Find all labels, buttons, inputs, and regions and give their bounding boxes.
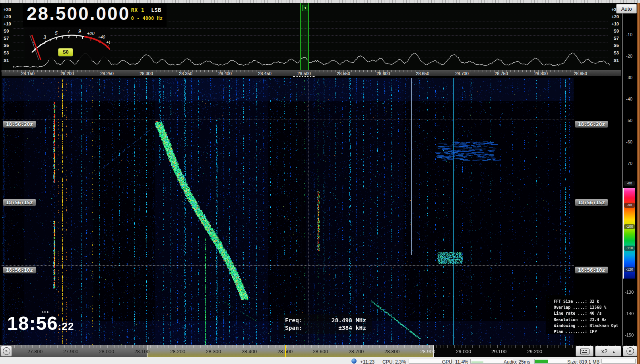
- window-right-edge: [637, 3, 640, 364]
- db-label: -150: [623, 333, 636, 337]
- status-size: Size: 819.1 MB: [567, 359, 599, 364]
- tuning-marker[interactable]: 1: [300, 3, 309, 70]
- band-prev-button[interactable]: «: [1, 346, 12, 356]
- status-bar: +11:23 CPU: 2.3% GPU: 11.4% Audio: 25ms …: [0, 357, 640, 364]
- timestamp-right: 18:56:20z: [575, 121, 608, 128]
- svg-text:+40: +40: [98, 35, 106, 39]
- freq-tick: 28.150: [21, 71, 35, 76]
- band-tick: 28.800: [384, 349, 400, 354]
- fft-info-line: Line rate ...: 40 /s: [554, 310, 622, 316]
- freq-tick: 28.200: [60, 71, 74, 76]
- waterfall-display[interactable]: [2, 78, 574, 345]
- fft-info-line: FFT Size ....: 32 k: [554, 298, 622, 304]
- svg-text:5: 5: [55, 31, 58, 36]
- next-icon: »: [626, 347, 634, 355]
- band-tick: 28.200: [170, 349, 185, 354]
- mode-label[interactable]: LSB: [151, 7, 161, 13]
- band-tick: 27.800: [27, 349, 43, 354]
- cursor-span-label: Span:: [285, 324, 303, 332]
- waterfall-timeline: [2, 265, 574, 266]
- timestamp-left: 18:56:10z: [3, 267, 36, 273]
- band-tick: 27.900: [63, 349, 78, 354]
- svg-text:3: 3: [43, 35, 46, 40]
- svg-text:+20: +20: [87, 31, 95, 36]
- clock-seconds: :22: [58, 320, 74, 332]
- band-bar-ticks: [0, 345, 640, 348]
- freq-tick: 28.600: [376, 71, 390, 76]
- tuning-line-left: [301, 78, 301, 345]
- freq-tick: 28.750: [495, 71, 508, 76]
- scale-ticks: [2, 70, 621, 72]
- timestamp-right: 18:56:15z: [575, 199, 608, 206]
- timestamp-left: 18:56:15z: [3, 199, 36, 206]
- db-label: -10: [623, 32, 636, 37]
- svg-text:+60: +60: [106, 40, 110, 45]
- legend-label: -100: [624, 224, 635, 229]
- zoom-label: x2: [601, 348, 607, 354]
- band-tick: 29.100: [491, 349, 506, 354]
- vfo-display[interactable]: 28.500.000 RX 1 LSB 0 - 4000 Hz: [23, 4, 167, 27]
- band-tick: 28.700: [349, 349, 364, 354]
- legend-label: -110: [624, 246, 635, 251]
- zoom-x2-button[interactable]: x2 ▸: [595, 346, 621, 356]
- status-uptime: +11:23: [360, 359, 374, 364]
- legend-label: -80: [624, 181, 635, 186]
- band-tick: 28.300: [206, 349, 221, 354]
- audio-meter-bar: [535, 360, 548, 363]
- freq-tick: 28.400: [218, 71, 232, 76]
- utc-clock: UTC 18:56:22: [7, 309, 95, 337]
- freq-tick: 28.650: [416, 71, 429, 76]
- svg-text:9: 9: [78, 29, 81, 34]
- keyboard-entry-button[interactable]: [576, 346, 593, 356]
- band-tick: 28.600: [313, 349, 328, 354]
- band-next-button[interactable]: »: [623, 346, 637, 356]
- band-tick: 28.900: [420, 349, 435, 354]
- auto-range-button[interactable]: Auto: [616, 4, 637, 14]
- freq-tick: 28.250: [100, 71, 114, 76]
- freq-tick: 28.700: [455, 71, 469, 76]
- fft-info-panel: FFT Size ....: 32 k Overlap .....: 13568…: [546, 295, 622, 334]
- sdr-console-window: { "window": { "auto_button": "Auto" }, "…: [0, 0, 640, 364]
- tuning-marker-flag[interactable]: 1: [302, 5, 308, 11]
- db-label: -70: [623, 161, 636, 166]
- clock-time: 18:56: [7, 313, 58, 334]
- waterfall-timeline: [2, 198, 574, 198]
- db-label: -130: [623, 290, 636, 294]
- play-icon: ▸: [613, 350, 615, 354]
- vfo-info: RX 1 LSB 0 - 4000 Hz: [131, 7, 163, 21]
- tuning-line-right: [308, 78, 309, 345]
- db-label: -20: [623, 54, 636, 58]
- passband-indicator: [293, 76, 315, 77]
- s-meter: 1 3 5 7 9 +20 +40 +60 S0: [25, 27, 110, 60]
- fft-info-line: Overlap .....: 13568 %: [554, 304, 622, 310]
- freq-tick: 28.850: [574, 71, 587, 76]
- filter-label[interactable]: 0 - 4000 Hz: [131, 15, 163, 21]
- freq-tick: 28.800: [534, 71, 548, 76]
- prev-icon: «: [3, 347, 10, 355]
- fft-info-line: Resolution ..: 23.4 Hz: [554, 317, 622, 323]
- timestamp-right: 18:56:10z: [575, 267, 608, 273]
- fft-info-line: Windowing ...: Blackman Opt: [554, 323, 622, 329]
- waterfall-color-legend[interactable]: [623, 188, 635, 279]
- band-frequency-marker[interactable]: [285, 345, 286, 357]
- freq-tick: 28.300: [140, 71, 153, 76]
- s-meter-value-badge: S0: [58, 48, 73, 56]
- db-label: -30: [623, 75, 636, 80]
- band-tick: 29.000: [456, 349, 471, 354]
- freq-tick: 28.500: [297, 71, 311, 76]
- spectrum-frequency-scale[interactable]: 28.150 28.200 28.250 28.300 28.350 28.40…: [2, 70, 621, 76]
- db-label: -40: [623, 97, 636, 101]
- band-tick: 29.200: [527, 349, 542, 354]
- waterfall-timeline: [2, 120, 574, 120]
- timestamp-left: 18:56:20z: [3, 121, 36, 128]
- freq-tick: 28.550: [337, 71, 350, 76]
- db-label: -140: [623, 311, 636, 316]
- vfo-frequency[interactable]: 28.500.000: [27, 3, 130, 24]
- cursor-freq-value: 28.498 MHz: [332, 317, 366, 324]
- cursor-freq-label: Freq:: [285, 317, 303, 324]
- network-globe-icon: [351, 358, 357, 364]
- band-scale-bar[interactable]: 27.800 27.900 28.000 28.100 28.200 28.30…: [0, 345, 640, 357]
- db-label: -50: [623, 118, 636, 123]
- band-tick: 28.400: [242, 349, 257, 354]
- freq-tick: 28.450: [258, 71, 272, 76]
